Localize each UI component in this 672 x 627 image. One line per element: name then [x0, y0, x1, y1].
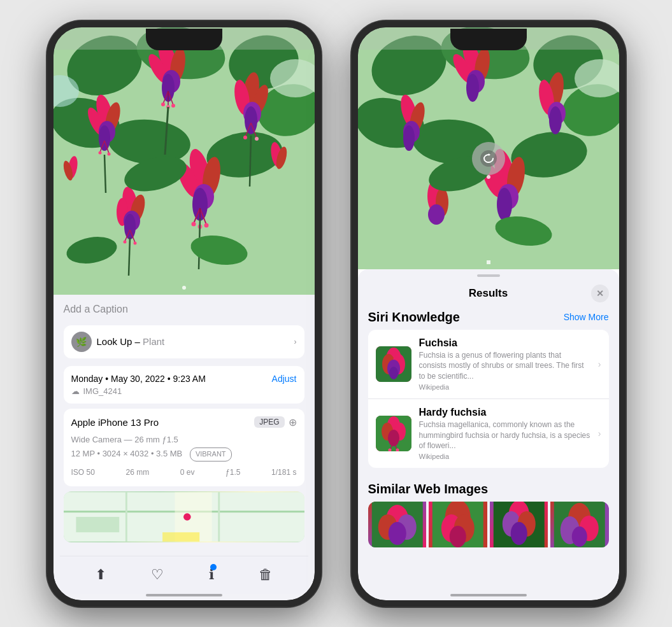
share-button[interactable]: ⬆	[95, 567, 106, 583]
favorite-button[interactable]: ♡	[151, 567, 164, 583]
home-indicator	[146, 594, 222, 596]
exif-row: ISO 50 26 mm 0 ev ƒ1.5 1/181 s	[71, 467, 297, 479]
svg-point-19	[171, 104, 175, 108]
hardy-fuchsia-chevron-icon: ›	[598, 428, 601, 439]
lookup-text: Look Up – Plant	[97, 336, 165, 347]
camera-name: Apple iPhone 13 Pro	[71, 417, 159, 428]
photo-specs: 12 MP • 3024 × 4032 • 3.5 MB VIBRANT	[71, 447, 297, 461]
svg-point-46	[123, 240, 126, 243]
hardy-fuchsia-thumbnail	[376, 416, 411, 451]
fuchsia-description: Fuchsia is a genus of flowering plants t…	[419, 350, 590, 382]
svg-point-133	[388, 522, 406, 545]
photo-info-panel: Add a Caption 🌿 Look Up – Plant › Monday…	[54, 295, 315, 600]
similar-image-4[interactable]	[550, 502, 609, 547]
sheet-handle	[477, 274, 500, 277]
svg-point-101	[549, 106, 562, 134]
svg-point-18	[161, 102, 165, 106]
svg-point-28	[98, 151, 101, 154]
svg-rect-74	[125, 492, 127, 542]
hardy-fuchsia-source: Wikipedia	[419, 453, 590, 460]
caption-input[interactable]: Add a Caption	[64, 304, 304, 315]
svg-point-34	[245, 106, 257, 134]
fuchsia-content: Fuchsia Fuchsia is a genus of flowering …	[419, 337, 590, 391]
right-phone-screen: Results ✕ Siri Knowledge Show More	[358, 27, 619, 600]
similar-image-3[interactable]	[490, 502, 548, 547]
jpeg-badge: JPEG	[254, 416, 284, 428]
siri-knowledge-title: Siri Knowledge	[368, 310, 460, 325]
svg-rect-77	[76, 517, 119, 532]
right-notch	[450, 29, 527, 50]
svg-point-124	[388, 430, 399, 446]
hardy-fuchsia-description: Fuchsia magellanica, commonly known as t…	[419, 419, 590, 451]
notch	[146, 29, 222, 50]
lens-info: Wide Camera — 26 mm ƒ1.5	[71, 433, 297, 447]
flower-photo	[54, 27, 315, 295]
location-icon: ⊕	[289, 416, 297, 428]
map-preview[interactable]	[64, 491, 304, 542]
svg-point-119	[389, 367, 398, 379]
svg-point-29	[107, 152, 110, 155]
right-phone: Results ✕ Siri Knowledge Show More	[352, 21, 626, 607]
svg-point-138	[450, 526, 466, 547]
hardy-fuchsia-content: Hardy fuchsia Fuchsia magellanica, commo…	[419, 407, 590, 460]
knowledge-card: Fuchsia Fuchsia is a genus of flowering …	[368, 330, 609, 468]
photo-date: Monday • May 30, 2022 • 9:23 AM	[71, 374, 206, 384]
fuchsia-chevron-icon: ›	[598, 359, 601, 369]
show-more-button[interactable]: Show More	[564, 312, 609, 322]
right-page-dot	[487, 260, 490, 264]
svg-rect-75	[218, 492, 220, 542]
delete-button[interactable]: 🗑	[259, 567, 273, 583]
svg-point-113	[480, 150, 497, 167]
image-filename: IMG_4241	[83, 386, 122, 396]
svg-point-143	[510, 522, 527, 545]
svg-point-43	[124, 214, 136, 239]
lookup-row[interactable]: 🌿 Look Up – Plant ›	[64, 325, 304, 358]
similar-image-2[interactable]	[429, 502, 487, 547]
svg-rect-79	[162, 532, 199, 542]
svg-point-97	[403, 125, 415, 151]
svg-point-78	[183, 513, 191, 521]
left-phone: Add a Caption 🌿 Look Up – Plant › Monday…	[47, 21, 321, 607]
fuchsia-source: Wikipedia	[419, 383, 590, 391]
close-results-button[interactable]: ✕	[591, 285, 609, 302]
svg-point-56	[191, 222, 196, 226]
results-title: Results	[386, 287, 591, 300]
knowledge-item-fuchsia[interactable]: Fuchsia Fuchsia is a genus of flowering …	[368, 330, 609, 399]
phones-container: Add a Caption 🌿 Look Up – Plant › Monday…	[47, 21, 626, 607]
hardy-fuchsia-name: Hardy fuchsia	[419, 407, 590, 418]
lookup-chevron-icon: ›	[294, 337, 297, 346]
similar-image-1[interactable]	[368, 502, 427, 547]
svg-point-57	[204, 223, 208, 227]
adjust-button[interactable]: Adjust	[272, 374, 297, 384]
siri-lookup-button[interactable]	[472, 142, 505, 175]
results-sheet: Results ✕ Siri Knowledge Show More	[358, 269, 619, 600]
camera-info: Apple iPhone 13 Pro JPEG ⊕ Wide Camera —…	[64, 409, 304, 487]
info-button[interactable]: ℹ	[209, 567, 214, 583]
bottom-toolbar: ⬆ ♡ ℹ 🗑	[60, 556, 308, 594]
fuchsia-thumbnail	[376, 346, 411, 382]
svg-point-37	[243, 136, 247, 139]
siri-knowledge-section: Siri Knowledge Show More	[358, 310, 619, 475]
svg-point-106	[497, 188, 512, 221]
knowledge-item-hardy-fuchsia[interactable]: Hardy fuchsia Fuchsia magellanica, commo…	[368, 399, 609, 468]
date-row: Monday • May 30, 2022 • 9:23 AM Adjust ☁…	[64, 366, 304, 404]
siri-knowledge-header: Siri Knowledge Show More	[368, 310, 609, 325]
svg-point-25	[99, 125, 110, 151]
svg-point-93	[466, 74, 479, 102]
svg-point-47	[133, 241, 136, 244]
svg-point-38	[255, 137, 259, 141]
right-home-indicator	[450, 594, 527, 596]
similar-web-title: Similar Web Images	[368, 482, 609, 497]
vibrant-badge: VIBRANT	[190, 447, 232, 461]
similar-web-section: Similar Web Images	[358, 474, 619, 553]
photo-page-dot	[182, 286, 186, 290]
svg-point-109	[428, 204, 445, 225]
svg-point-148	[572, 526, 587, 547]
siri-dot	[487, 175, 490, 179]
cloud-icon: ☁	[71, 386, 80, 396]
left-phone-screen: Add a Caption 🌿 Look Up – Plant › Monday…	[54, 27, 315, 600]
fuchsia-name: Fuchsia	[419, 337, 590, 349]
lookup-icon: 🌿	[71, 332, 92, 352]
results-header: Results ✕	[358, 285, 619, 310]
similar-images-row	[368, 502, 609, 547]
